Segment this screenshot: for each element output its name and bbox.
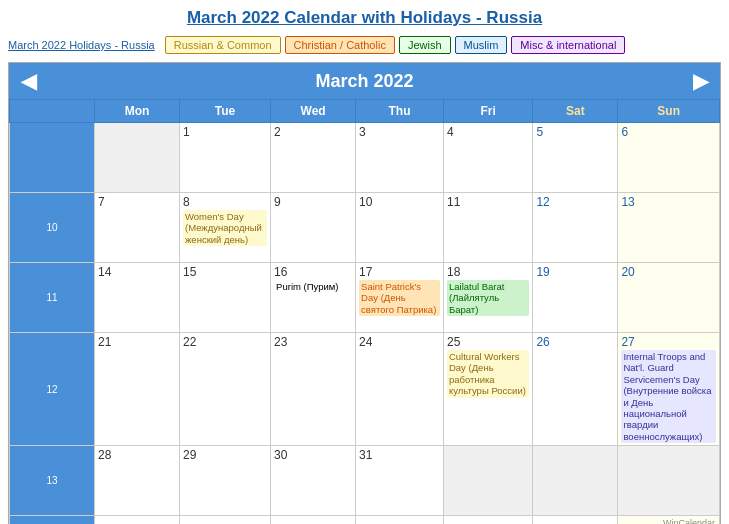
calendar-cell: 22 bbox=[180, 333, 271, 446]
week-number: 10 bbox=[10, 193, 95, 263]
day-number: 18 bbox=[447, 265, 529, 279]
day-number: 16 bbox=[274, 265, 352, 279]
day-number: 20 bbox=[621, 265, 716, 279]
week-number bbox=[10, 123, 95, 193]
calendar-cell: 20 bbox=[618, 263, 720, 333]
filter-christian[interactable]: Christian / Catholic bbox=[285, 36, 395, 54]
filter-jewish[interactable]: Jewish bbox=[399, 36, 451, 54]
day-number: 21 bbox=[98, 335, 176, 349]
calendar-cell bbox=[443, 446, 532, 516]
day-number: 24 bbox=[359, 335, 440, 349]
day-number: 3 bbox=[359, 125, 440, 139]
col-wed: Wed bbox=[271, 100, 356, 123]
footer-empty-cell bbox=[180, 516, 271, 524]
calendar-cell bbox=[618, 446, 720, 516]
calendar-cell: 24 bbox=[356, 333, 444, 446]
calendar-event: Lailatul Barat (Лайлятуль Барат) bbox=[447, 280, 529, 316]
day-number: 29 bbox=[183, 448, 267, 462]
calendar-cell: 30 bbox=[271, 446, 356, 516]
calendar-cell: 26 bbox=[533, 333, 618, 446]
calendar-event: Cultural Workers Day (День работника кул… bbox=[447, 350, 529, 398]
day-number: 15 bbox=[183, 265, 267, 279]
calendar-cell: 19 bbox=[533, 263, 618, 333]
calendar-event: Purim (Пурим) bbox=[274, 280, 352, 293]
page-title: March 2022 Calendar with Holidays - Russ… bbox=[0, 0, 729, 32]
week-number: 12 bbox=[10, 333, 95, 446]
calendar-cell: 29 bbox=[180, 446, 271, 516]
day-number: 31 bbox=[359, 448, 440, 462]
day-number: 5 bbox=[536, 125, 614, 139]
calendar-cell bbox=[533, 446, 618, 516]
calendar-cell: 12 bbox=[533, 193, 618, 263]
day-number: 2 bbox=[274, 125, 352, 139]
calendar-cell: 2 bbox=[271, 123, 356, 193]
calendar-cell: 16Purim (Пурим) bbox=[271, 263, 356, 333]
day-number: 30 bbox=[274, 448, 352, 462]
calendar-cell: 3 bbox=[356, 123, 444, 193]
calendar-cell: 8Women's Day (Международный женский день… bbox=[180, 193, 271, 263]
filter-bar: March 2022 Holidays - Russia Russian & C… bbox=[0, 32, 729, 58]
month-year-title: March 2022 bbox=[315, 71, 413, 92]
day-number: 7 bbox=[98, 195, 176, 209]
calendar-cell: 28 bbox=[95, 446, 180, 516]
day-number: 25 bbox=[447, 335, 529, 349]
footer-week-cell bbox=[10, 516, 95, 524]
day-number: 4 bbox=[447, 125, 529, 139]
calendar: ◀ March 2022 ▶ Mon Tue Wed Thu Fri Sat S… bbox=[8, 62, 721, 524]
filter-misc[interactable]: Misc & international bbox=[511, 36, 625, 54]
day-number: 6 bbox=[621, 125, 716, 139]
calendar-cell bbox=[95, 123, 180, 193]
footer-empty-cell bbox=[533, 516, 618, 524]
calendar-header: ◀ March 2022 ▶ bbox=[9, 63, 720, 99]
calendar-cell: 4 bbox=[443, 123, 532, 193]
calendar-cell: 14 bbox=[95, 263, 180, 333]
calendar-cell: 9 bbox=[271, 193, 356, 263]
week-number: 11 bbox=[10, 263, 95, 333]
col-fri: Fri bbox=[443, 100, 532, 123]
filter-russian[interactable]: Russian & Common bbox=[165, 36, 281, 54]
day-number: 23 bbox=[274, 335, 352, 349]
col-tue: Tue bbox=[180, 100, 271, 123]
footer-empty-cell bbox=[95, 516, 180, 524]
day-number: 19 bbox=[536, 265, 614, 279]
footer-empty-cell bbox=[271, 516, 356, 524]
calendar-event: Internal Troops and Nat'l. Guard Service… bbox=[621, 350, 716, 443]
calendar-cell: 17Saint Patrick's Day (День святого Патр… bbox=[356, 263, 444, 333]
calendar-event: Women's Day (Международный женский день) bbox=[183, 210, 267, 246]
day-number: 27 bbox=[621, 335, 716, 349]
col-sat: Sat bbox=[533, 100, 618, 123]
calendar-cell: 7 bbox=[95, 193, 180, 263]
col-thu: Thu bbox=[356, 100, 444, 123]
day-number: 28 bbox=[98, 448, 176, 462]
day-number: 9 bbox=[274, 195, 352, 209]
calendar-grid: Mon Tue Wed Thu Fri Sat Sun 1234561078Wo… bbox=[9, 99, 720, 524]
calendar-cell: 10 bbox=[356, 193, 444, 263]
calendar-cell: 1 bbox=[180, 123, 271, 193]
calendar-cell: 25Cultural Workers Day (День работника к… bbox=[443, 333, 532, 446]
calendar-cell: 27Internal Troops and Nat'l. Guard Servi… bbox=[618, 333, 720, 446]
prev-month-button[interactable]: ◀ bbox=[21, 69, 36, 93]
calendar-cell: 18Lailatul Barat (Лайлятуль Барат) bbox=[443, 263, 532, 333]
footer-empty-cell bbox=[356, 516, 444, 524]
col-sun: Sun bbox=[618, 100, 720, 123]
filter-muslim[interactable]: Muslim bbox=[455, 36, 508, 54]
wincalendar-watermark: WinCalendar bbox=[618, 516, 720, 524]
calendar-cell: 6 bbox=[618, 123, 720, 193]
day-number: 12 bbox=[536, 195, 614, 209]
calendar-cell: 31 bbox=[356, 446, 444, 516]
week-number: 13 bbox=[10, 446, 95, 516]
calendar-cell: 11 bbox=[443, 193, 532, 263]
next-month-button[interactable]: ▶ bbox=[693, 69, 708, 93]
calendar-cell: 21 bbox=[95, 333, 180, 446]
week-header bbox=[10, 100, 95, 123]
calendar-cell: 15 bbox=[180, 263, 271, 333]
filter-link[interactable]: March 2022 Holidays - Russia bbox=[8, 39, 155, 51]
footer-empty-cell bbox=[443, 516, 532, 524]
day-number: 17 bbox=[359, 265, 440, 279]
day-number: 8 bbox=[183, 195, 267, 209]
col-mon: Mon bbox=[95, 100, 180, 123]
day-number: 22 bbox=[183, 335, 267, 349]
day-number: 26 bbox=[536, 335, 614, 349]
day-number: 1 bbox=[183, 125, 267, 139]
calendar-cell: 13 bbox=[618, 193, 720, 263]
